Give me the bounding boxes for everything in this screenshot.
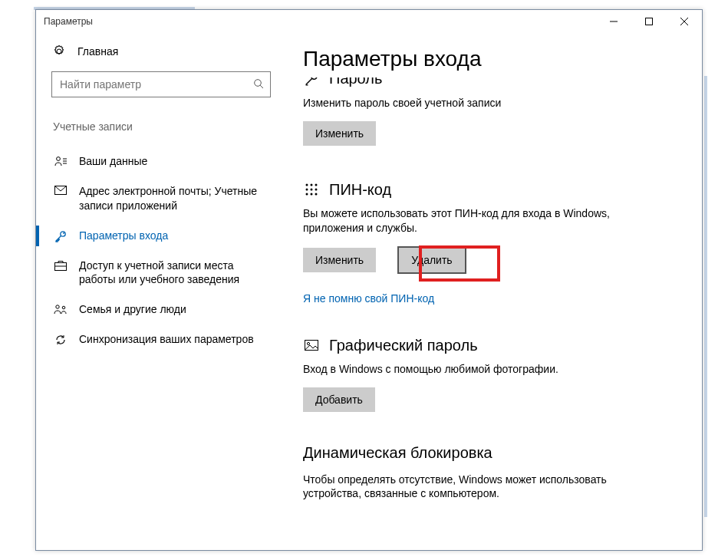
sidebar-item-family[interactable]: Семья и другие люди: [51, 295, 271, 324]
sync-icon: [53, 332, 68, 346]
sidebar-item-your-info[interactable]: Ваши данные: [51, 147, 271, 176]
dynlock-desc: Чтобы определять отсутствие, Windows мож…: [303, 473, 664, 502]
svg-rect-27: [305, 341, 318, 351]
maximize-button[interactable]: [631, 10, 667, 33]
search-input[interactable]: [58, 77, 253, 91]
sidebar-item-sync[interactable]: Синхронизация ваших параметров: [51, 324, 271, 354]
sidebar-item-label: Семья и другие люди: [79, 302, 186, 317]
section-dynlock-title: Динамическая блокировка: [303, 444, 685, 462]
svg-point-26: [315, 193, 318, 196]
svg-point-25: [311, 193, 313, 196]
image-icon: [303, 340, 320, 351]
sidebar: Главная Учетные записи Ваши данные: [36, 33, 286, 550]
window-title: Параметры: [44, 16, 93, 27]
category-label: Учетные записи: [53, 120, 271, 133]
person-icon: [53, 154, 68, 166]
key-icon: [53, 229, 68, 242]
svg-point-19: [311, 184, 313, 186]
picture-desc: Вход в Windows с помощью любимой фотогра…: [303, 362, 664, 377]
mail-icon: [53, 184, 68, 195]
svg-point-24: [306, 193, 308, 196]
svg-point-6: [57, 157, 61, 161]
svg-point-23: [315, 189, 318, 191]
gear-icon: [51, 45, 67, 58]
sidebar-item-signin-options[interactable]: Параметры входа: [51, 221, 271, 251]
sidebar-item-label: Синхронизация ваших параметров: [79, 332, 254, 347]
sidebar-item-label: Адрес электронной почты; Учетные записи …: [79, 184, 263, 213]
close-button[interactable]: [667, 10, 702, 33]
key-icon: [303, 77, 320, 86]
svg-point-15: [56, 305, 59, 308]
sidebar-item-label: Доступ к учетной записи места работы или…: [79, 259, 263, 288]
sidebar-item-label: Параметры входа: [79, 229, 168, 243]
svg-rect-1: [646, 18, 653, 25]
page-title: Параметры входа: [303, 47, 685, 71]
svg-point-21: [306, 189, 308, 191]
svg-point-12: [63, 232, 64, 234]
svg-point-18: [306, 184, 308, 186]
briefcase-icon: [53, 259, 68, 271]
keypad-icon: [303, 183, 320, 196]
picture-add-button[interactable]: Добавить: [303, 387, 375, 412]
sidebar-item-email[interactable]: Адрес электронной почты; Учетные записи …: [51, 176, 271, 221]
pin-desc: Вы можете использовать этот ПИН-код для …: [303, 206, 664, 236]
svg-point-22: [311, 189, 313, 191]
pin-remove-button[interactable]: Удалить: [397, 246, 466, 274]
pin-change-button[interactable]: Изменить: [303, 248, 376, 272]
svg-point-4: [255, 79, 262, 86]
home-label: Главная: [77, 45, 118, 58]
sidebar-item-work-access[interactable]: Доступ к учетной записи места работы или…: [51, 251, 271, 295]
sidebar-item-label: Ваши данные: [79, 154, 147, 169]
section-password-title: Пароль: [329, 77, 382, 87]
section-pin-title: ПИН-код: [329, 181, 391, 199]
people-icon: [53, 302, 68, 315]
svg-point-20: [315, 184, 318, 186]
search-icon: [253, 78, 264, 91]
svg-point-16: [62, 307, 65, 310]
svg-point-28: [307, 343, 309, 345]
search-box[interactable]: [51, 71, 271, 97]
titlebar: Параметры: [36, 10, 702, 33]
password-desc: Изменить пароль своей учетной записи: [303, 96, 664, 110]
section-picture-title: Графический пароль: [329, 337, 478, 354]
minimize-button[interactable]: [596, 10, 631, 33]
svg-point-11: [61, 231, 65, 236]
forgot-pin-link[interactable]: Я не помню свой ПИН-код: [303, 292, 434, 305]
svg-line-5: [260, 85, 263, 88]
home-link[interactable]: Главная: [51, 45, 271, 58]
settings-window: Параметры Главная: [35, 9, 703, 551]
password-change-button[interactable]: Изменить: [303, 121, 376, 146]
main-panel: Параметры входа Пароль Изменить пароль с…: [286, 33, 702, 550]
